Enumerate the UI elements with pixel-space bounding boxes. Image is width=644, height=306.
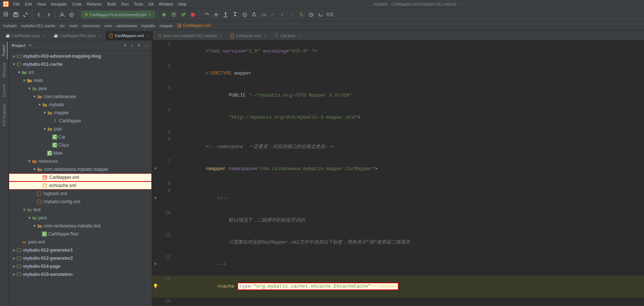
stop-button[interactable] [189,11,197,19]
new-file-btn[interactable] [2,11,10,19]
tree-item-resources[interactable]: ▼ resources [9,157,152,165]
tree-item-010[interactable]: ▶ mybatis-010-advanced-mapping-blog [9,52,152,60]
line-content-5[interactable] [174,129,644,136]
tab-carmappertest-java[interactable]: ☕ CarMapperTest.java ✕ [50,30,105,40]
tree-item-logback-xml[interactable]: ▶ logback.xml [9,190,152,198]
sidebar-action-settings[interactable]: ⚙ [136,43,142,48]
menu-window[interactable]: Window [156,1,175,7]
tree-item-011[interactable]: ▼ mybatis-011-cache [9,60,152,68]
tab-close[interactable]: ✕ [263,34,266,37]
menu-navigate[interactable]: Navigate [48,1,69,7]
tab-close[interactable]: ✕ [219,34,222,37]
sidebar-action-close[interactable]: — [143,43,149,48]
line-content-12[interactable]: --> [174,253,644,276]
tab-carmapper-java[interactable]: ☕ CarMapper.java ✕ [1,30,50,40]
bc-com[interactable]: com [104,24,112,28]
lightbulb-icon[interactable]: 💡 [153,283,158,290]
tree-item-014[interactable]: ▶ mybatis-014-page [9,262,152,270]
bc-resources[interactable]: resources [82,24,100,28]
run-button[interactable] [160,11,168,19]
line-content-10[interactable]: 默认情况下，二级缓存机制是开启的 [174,209,644,231]
tree-item-com-rainbowsea[interactable]: ▼ com.rainbowsea [9,93,152,101]
left-tab-commit[interactable]: Commit [1,82,7,100]
tree-item-mybatis-config-xml[interactable]: ▶ mybatis-config.xml [9,198,152,206]
pull-button[interactable] [231,11,239,19]
menu-build[interactable]: Build [105,1,118,7]
line-content-6[interactable]: <!--namespace 一定要是：对应的接口的全限定类名--> [174,136,644,158]
tab-close[interactable]: ✕ [298,34,301,37]
menu-tools[interactable]: Tools [132,1,145,7]
git-checkmark1[interactable]: ✓ [269,11,277,19]
target-btn[interactable] [68,11,76,19]
git-branch-btn[interactable]: ↑ [288,11,296,19]
tree-item-pojo-pkg[interactable]: ▼ pojo [9,125,152,133]
sidebar-action-collapse[interactable]: ≡ [129,43,135,48]
save-btn[interactable] [12,11,20,19]
menu-git[interactable]: Git [146,1,156,7]
line-content-9[interactable]: <!-- [174,187,644,209]
debug-button[interactable] [170,11,178,19]
update-button[interactable] [212,11,220,19]
sync-button[interactable] [202,11,211,19]
bc-rainbowsea[interactable]: rainbowsea [116,24,137,28]
tree-item-mapper-pkg[interactable]: ▼ mapper [9,109,152,117]
menu-file[interactable]: File [11,1,22,7]
refresh-btn[interactable] [21,11,29,19]
bc-file[interactable]: CarMapper.xml [177,23,211,28]
line-content-11[interactable]: 只需要在对应的SqlMapper.xml文件中添加以下标签，用来表示"我"使用该… [174,231,644,253]
run-config-selector[interactable]: ⚙ CarMapperTest.testSelectById4 ▼ [81,11,155,18]
tree-item-mapper-res-pkg[interactable]: ▼ com.rainbowsea.mybatis.mapper [9,165,152,173]
tree-item-015[interactable]: ▶ mybatis-015-annotation [9,270,152,278]
bc-mybatis2[interactable]: mybatis [141,24,155,28]
tree-item-test-java[interactable]: ▼ java [9,214,152,222]
avatar-btn[interactable] [58,11,66,19]
tree-item-carmappertest[interactable]: ▶ C CarMapperTest [9,230,152,238]
left-tab-project[interactable]: Project [1,42,8,59]
push-button[interactable] [222,11,230,19]
line-content-3[interactable]: PUBLIC "-//mybatis.org//DTD Mapper 3.0//… [174,84,644,107]
tab-pom-xml[interactable]: m pom.xml (mybatis-011-cache) ✕ [154,30,226,40]
left-tab-pull-requests[interactable]: Pull Requests [1,101,7,129]
tree-item-mybatis-pkg[interactable]: ▼ mybatis [9,101,152,109]
git-undo-btn[interactable] [317,11,325,19]
back-btn[interactable] [35,11,43,19]
line-content-1[interactable]: <?xml version="1.0" encoding="UTF-8" ?> [174,40,644,62]
bc-mybatis[interactable]: mybatis [3,24,17,28]
line-content-14[interactable] [174,298,644,305]
bc-mapper[interactable]: mapper [159,24,173,28]
tree-item-src[interactable]: ▼ src [9,68,152,76]
bc-cache[interactable]: mybatis-011-cache [21,24,55,28]
tree-item-car-class[interactable]: ▶ C Car [9,133,152,141]
left-tab-structure[interactable]: Structure [1,60,7,81]
rollback-button[interactable] [250,11,258,19]
tree-item-clazz-class[interactable]: ▶ C Clazz [9,141,152,149]
tree-item-pom-xml[interactable]: ▶ m pom.xml [9,238,152,246]
tab-close[interactable]: ✕ [98,34,101,37]
menu-bar[interactable]: File Edit View Navigate Code Refactor Bu… [11,1,189,7]
git-checkmark2[interactable]: ✓ [278,11,287,19]
tree-item-carmapper-interface[interactable]: ▶ I CarMapper [9,117,152,125]
tree-item-test-pkg[interactable]: ▼ com.rainbowsea.mybatis.test [9,222,152,230]
forward-btn[interactable] [44,11,53,19]
stash-button[interactable] [241,11,249,19]
coverage-button[interactable] [179,11,187,19]
tree-item-012-1[interactable]: ▶ mybatis-012-generator1 [9,246,152,254]
tree-item-012-2[interactable]: ▶ mybatis-012-generator2 [9,254,152,262]
menu-help[interactable]: Help [176,1,189,7]
line-content-7[interactable]: <mapper namespace="com.rainbowsea.mybati… [174,158,644,180]
line-content-4[interactable]: "http://mybatis.org/dtd/mybatis-3-mapper… [174,107,644,129]
menu-code[interactable]: Code [70,1,84,7]
bc-main[interactable]: main [69,24,78,28]
code-editor[interactable]: 1 <?xml version="1.0" encoding="UTF-8" ?… [152,40,644,306]
tab-carmapper-xml[interactable]: CarMapper.xml ✕ [105,30,154,40]
line-content-8[interactable] [174,180,644,187]
tab-close[interactable]: ✕ [43,34,46,37]
tree-item-test[interactable]: ▼ test [9,206,152,214]
tab-echcache-xml[interactable]: echcache.xml ✕ [226,30,270,40]
bc-src[interactable]: src [60,24,65,28]
tree-item-main-class[interactable]: ▶ C Main [9,149,152,157]
menu-run[interactable]: Run [119,1,131,7]
tree-item-java[interactable]: ▼ java [9,84,152,93]
translate-btn[interactable]: A文 [326,11,334,19]
tab-car-java[interactable]: C Car.java ✕ [270,30,305,40]
